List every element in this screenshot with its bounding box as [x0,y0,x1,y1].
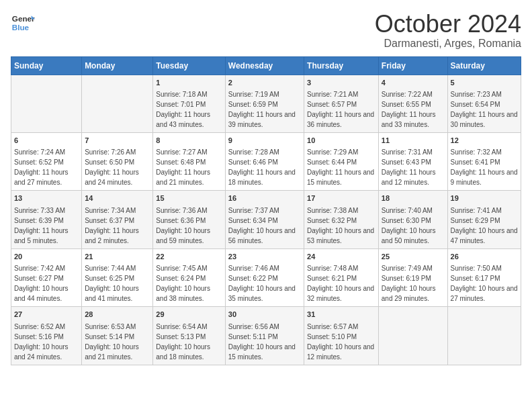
week-row-1: 1Sunrise: 7:18 AM Sunset: 7:01 PM Daylig… [11,75,521,132]
calendar-cell: 17Sunrise: 7:38 AM Sunset: 6:32 PM Dayli… [304,191,379,248]
day-detail: Sunrise: 6:57 AM Sunset: 5:10 PM Dayligh… [307,323,374,361]
calendar-cell: 28Sunrise: 6:53 AM Sunset: 5:14 PM Dayli… [82,307,153,365]
day-number: 3 [307,78,375,88]
day-number: 26 [451,252,518,262]
day-detail: Sunrise: 7:46 AM Sunset: 6:22 PM Dayligh… [228,265,296,302]
day-detail: Sunrise: 7:27 AM Sunset: 6:48 PM Dayligh… [156,148,210,186]
day-number: 8 [156,136,222,146]
calendar-cell: 23Sunrise: 7:46 AM Sunset: 6:22 PM Dayli… [225,248,304,306]
day-detail: Sunrise: 7:34 AM Sunset: 6:37 PM Dayligh… [85,207,139,244]
day-detail: Sunrise: 7:49 AM Sunset: 6:19 PM Dayligh… [382,265,436,302]
day-detail: Sunrise: 7:19 AM Sunset: 6:59 PM Dayligh… [228,91,296,128]
day-number: 7 [85,136,150,146]
day-number: 17 [307,193,375,203]
col-header-sunday: Sunday [11,56,82,75]
calendar-cell [378,307,447,365]
calendar-cell: 5Sunrise: 7:23 AM Sunset: 6:54 PM Daylig… [447,75,521,132]
logo-icon: General Blue [11,11,35,35]
calendar-cell: 6Sunrise: 7:24 AM Sunset: 6:52 PM Daylig… [11,132,82,190]
day-number: 12 [451,136,518,146]
month-title: October 2024 [375,11,521,38]
day-number: 10 [307,136,375,146]
calendar-cell [82,75,153,132]
calendar-cell: 11Sunrise: 7:31 AM Sunset: 6:43 PM Dayli… [378,132,447,190]
day-detail: Sunrise: 7:44 AM Sunset: 6:25 PM Dayligh… [85,265,139,302]
day-detail: Sunrise: 7:33 AM Sunset: 6:39 PM Dayligh… [14,207,69,244]
calendar-cell: 20Sunrise: 7:42 AM Sunset: 6:27 PM Dayli… [11,248,82,306]
day-detail: Sunrise: 7:50 AM Sunset: 6:17 PM Dayligh… [451,265,518,302]
day-detail: Sunrise: 7:40 AM Sunset: 6:30 PM Dayligh… [382,207,436,244]
day-number: 29 [156,310,222,320]
calendar-cell: 25Sunrise: 7:49 AM Sunset: 6:19 PM Dayli… [378,248,447,306]
title-block: October 2024 Darmanesti, Arges, Romania [375,11,521,50]
calendar-table: SundayMondayTuesdayWednesdayThursdayFrid… [11,56,521,365]
week-row-3: 13Sunrise: 7:33 AM Sunset: 6:39 PM Dayli… [11,191,521,248]
week-row-5: 27Sunrise: 6:52 AM Sunset: 5:16 PM Dayli… [11,307,521,365]
day-number: 21 [85,252,150,262]
day-detail: Sunrise: 7:22 AM Sunset: 6:55 PM Dayligh… [382,91,436,128]
day-detail: Sunrise: 6:53 AM Sunset: 5:14 PM Dayligh… [85,323,139,361]
logo: General Blue [11,11,35,35]
calendar-cell: 19Sunrise: 7:41 AM Sunset: 6:29 PM Dayli… [447,191,521,248]
calendar-cell: 29Sunrise: 6:54 AM Sunset: 5:13 PM Dayli… [153,307,225,365]
day-detail: Sunrise: 7:28 AM Sunset: 6:46 PM Dayligh… [228,148,296,186]
day-detail: Sunrise: 6:54 AM Sunset: 5:13 PM Dayligh… [156,323,210,361]
page-header: General Blue October 2024 Darmanesti, Ar… [11,11,521,50]
calendar-cell: 16Sunrise: 7:37 AM Sunset: 6:34 PM Dayli… [225,191,304,248]
col-header-tuesday: Tuesday [153,56,225,75]
day-number: 16 [228,193,301,203]
calendar-cell: 21Sunrise: 7:44 AM Sunset: 6:25 PM Dayli… [82,248,153,306]
calendar-cell: 13Sunrise: 7:33 AM Sunset: 6:39 PM Dayli… [11,191,82,248]
day-detail: Sunrise: 7:26 AM Sunset: 6:50 PM Dayligh… [85,148,139,186]
day-detail: Sunrise: 7:32 AM Sunset: 6:41 PM Dayligh… [451,148,518,186]
calendar-cell: 15Sunrise: 7:36 AM Sunset: 6:36 PM Dayli… [153,191,225,248]
calendar-cell: 10Sunrise: 7:29 AM Sunset: 6:44 PM Dayli… [304,132,379,190]
day-detail: Sunrise: 7:37 AM Sunset: 6:34 PM Dayligh… [228,207,296,244]
day-number: 14 [85,193,150,203]
day-number: 9 [228,136,301,146]
day-number: 4 [382,78,445,88]
calendar-cell: 4Sunrise: 7:22 AM Sunset: 6:55 PM Daylig… [378,75,447,132]
col-header-thursday: Thursday [304,56,379,75]
day-number: 13 [14,193,79,203]
calendar-cell: 22Sunrise: 7:45 AM Sunset: 6:24 PM Dayli… [153,248,225,306]
day-number: 2 [228,78,301,88]
day-number: 23 [228,252,301,262]
day-detail: Sunrise: 7:48 AM Sunset: 6:21 PM Dayligh… [307,265,374,302]
day-detail: Sunrise: 7:36 AM Sunset: 6:36 PM Dayligh… [156,207,210,244]
calendar-cell: 18Sunrise: 7:40 AM Sunset: 6:30 PM Dayli… [378,191,447,248]
day-detail: Sunrise: 7:38 AM Sunset: 6:32 PM Dayligh… [307,207,374,244]
calendar-cell: 12Sunrise: 7:32 AM Sunset: 6:41 PM Dayli… [447,132,521,190]
day-number: 25 [382,252,445,262]
day-detail: Sunrise: 7:42 AM Sunset: 6:27 PM Dayligh… [14,265,69,302]
day-detail: Sunrise: 7:24 AM Sunset: 6:52 PM Dayligh… [14,148,69,186]
day-number: 6 [14,136,79,146]
day-detail: Sunrise: 6:52 AM Sunset: 5:16 PM Dayligh… [14,323,69,361]
day-detail: Sunrise: 7:23 AM Sunset: 6:54 PM Dayligh… [451,91,518,128]
week-row-2: 6Sunrise: 7:24 AM Sunset: 6:52 PM Daylig… [11,132,521,190]
day-detail: Sunrise: 7:21 AM Sunset: 6:57 PM Dayligh… [307,91,374,128]
day-number: 24 [307,252,375,262]
calendar-cell: 31Sunrise: 6:57 AM Sunset: 5:10 PM Dayli… [304,307,379,365]
day-number: 11 [382,136,445,146]
col-header-monday: Monday [82,56,153,75]
day-number: 30 [228,310,301,320]
day-detail: Sunrise: 6:56 AM Sunset: 5:11 PM Dayligh… [228,323,296,361]
calendar-cell: 9Sunrise: 7:28 AM Sunset: 6:46 PM Daylig… [225,132,304,190]
week-row-4: 20Sunrise: 7:42 AM Sunset: 6:27 PM Dayli… [11,248,521,306]
day-number: 31 [307,310,375,320]
calendar-cell [447,307,521,365]
col-header-friday: Friday [378,56,447,75]
header-row: SundayMondayTuesdayWednesdayThursdayFrid… [11,56,521,75]
calendar-cell: 14Sunrise: 7:34 AM Sunset: 6:37 PM Dayli… [82,191,153,248]
col-header-wednesday: Wednesday [225,56,304,75]
day-number: 5 [451,78,518,88]
calendar-cell: 30Sunrise: 6:56 AM Sunset: 5:11 PM Dayli… [225,307,304,365]
calendar-cell: 8Sunrise: 7:27 AM Sunset: 6:48 PM Daylig… [153,132,225,190]
day-number: 20 [14,252,79,262]
day-detail: Sunrise: 7:41 AM Sunset: 6:29 PM Dayligh… [451,207,518,244]
calendar-cell: 1Sunrise: 7:18 AM Sunset: 7:01 PM Daylig… [153,75,225,132]
day-number: 19 [451,193,518,203]
calendar-cell: 24Sunrise: 7:48 AM Sunset: 6:21 PM Dayli… [304,248,379,306]
day-number: 28 [85,310,150,320]
